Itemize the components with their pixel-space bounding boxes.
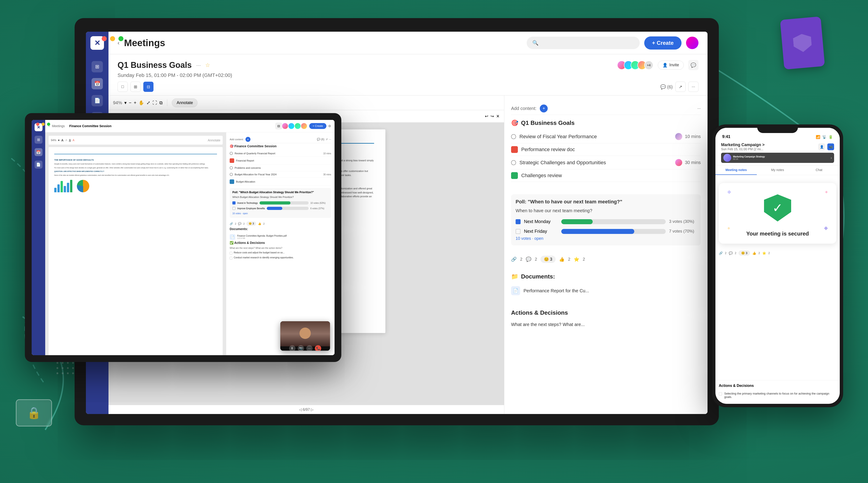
tablet-docs-icon[interactable]: 📄 [35, 161, 42, 169]
user-avatar[interactable] [686, 37, 699, 49]
tablet-create-button[interactable]: + Create [309, 123, 327, 129]
zoom-out-icon[interactable]: − [129, 100, 131, 106]
tab-meeting-notes[interactable]: Meeting notes [715, 165, 757, 175]
tablet-check-2[interactable] [232, 207, 236, 210]
message-icon[interactable]: 💬 [688, 60, 699, 70]
minimize-button[interactable] [110, 36, 115, 41]
annotate-button[interactable]: Annotate [172, 98, 197, 107]
tablet-bold-icon[interactable]: A [61, 138, 64, 142]
add-content-button[interactable]: + [540, 105, 548, 112]
sidebar-meetings-icon[interactable]: 📅 [92, 78, 103, 89]
tablet-close[interactable] [36, 123, 39, 126]
phone-link-icon[interactable]: 🔗 [719, 251, 723, 255]
more-button[interactable]: ··· [306, 345, 313, 351]
tablet-maximize[interactable] [47, 123, 50, 126]
poll-option-1-label: Next Monday [524, 219, 558, 224]
poll-question: When to have our next team meeting? [516, 208, 696, 213]
tablet-underline-icon[interactable]: A [69, 139, 71, 142]
view-mode-3[interactable]: ⊟ [143, 82, 153, 92]
tablet-window-controls [36, 123, 50, 126]
invite-button[interactable]: 👤 Invite [658, 61, 684, 70]
tablet-action-checkbox-2[interactable] [230, 257, 232, 259]
tab-chat[interactable]: Chat [798, 165, 840, 175]
poll-checkbox-2[interactable] [516, 229, 521, 234]
meeting-title-row: Q1 Business Goals ··· ☆ +4 👤 Invite � [118, 60, 699, 70]
tablet-share-icon[interactable]: ↗ [326, 138, 328, 141]
phone-video-icon[interactable]: 📹 [827, 143, 834, 150]
tablet-poll-total[interactable]: 16 votes · open [232, 212, 248, 215]
tablet-view-icon[interactable]: ⊟ [275, 123, 282, 130]
zoom-dropdown-icon[interactable]: ▾ [124, 100, 127, 106]
tablet-emoji-reaction[interactable]: 😊 3 [246, 222, 256, 226]
tablet-annotate-label[interactable]: Annotate [208, 138, 220, 142]
tablet-highlight-icon[interactable]: A [72, 139, 74, 142]
phone-r4: 2 [768, 252, 770, 255]
create-button[interactable]: + Create [644, 36, 682, 50]
fullscreen-icon[interactable]: ⛶ [153, 100, 157, 106]
view-mode-2[interactable]: ⊞ [130, 82, 141, 92]
more-options-icon[interactable]: ··· [196, 62, 201, 68]
phone-action-check[interactable] [719, 392, 722, 395]
share-icon[interactable]: ↗ [675, 82, 686, 92]
tablet-action-checkbox-1[interactable] [230, 252, 232, 255]
tablet-meetings-icon[interactable]: 📅 [35, 148, 42, 156]
tablet-action-2: Conduct market research to identify emer… [230, 255, 331, 260]
fit-icon[interactable]: ⤢ [147, 100, 150, 106]
tablet-doc-icon [230, 179, 234, 184]
tablet-check-1[interactable] [232, 201, 236, 204]
notes-more-icon[interactable]: ··· [698, 106, 701, 111]
phone-star-icon[interactable]: ⭐ [762, 251, 766, 255]
phone-tabs: Meeting notes My notes Chat [715, 165, 840, 175]
phone-person-icon[interactable]: 👤 [818, 143, 825, 150]
star-icon-2[interactable]: ⭐ [574, 257, 579, 262]
phone-meeting-info: Marketing Campaign > Sun Feb 15, 01:00 P… [721, 143, 765, 151]
emoji-reaction[interactable]: 😊 3 [540, 256, 556, 263]
item-text-2: Performance review doc [521, 147, 701, 152]
pan-icon[interactable]: ✋ [138, 100, 144, 106]
tablet-more-icon[interactable]: ··· [329, 138, 331, 141]
maximize-button[interactable] [119, 36, 123, 41]
tablet-comment-icon[interactable]: 💬 [238, 222, 241, 225]
preview-arrow[interactable]: › [831, 156, 832, 160]
close-button[interactable] [102, 36, 107, 41]
undo-icon[interactable]: ↩ [485, 114, 488, 119]
docs-icon: 📁 [511, 273, 518, 280]
tablet-thumb-icon[interactable]: 👍 [258, 222, 261, 225]
tablet-home-icon[interactable]: ⊞ [35, 136, 42, 144]
redo-icon[interactable]: ↪ [491, 114, 494, 119]
tablet-minimize[interactable] [41, 123, 45, 126]
mic-button[interactable]: 🎙 [289, 345, 296, 351]
tablet-agenda-5: Budget Allocation [230, 178, 331, 186]
tab-my-notes[interactable]: My notes [757, 165, 798, 175]
copy-icon[interactable]: ⧉ [159, 100, 162, 106]
camera-button[interactable]: 📷 [298, 345, 304, 351]
tablet-add-button[interactable]: + [246, 137, 250, 142]
battery-icon: 🔋 [829, 135, 833, 139]
more-icon[interactable]: ··· [688, 82, 699, 92]
search-bar[interactable]: 🔍 [527, 37, 640, 49]
phone-meeting-name[interactable]: Marketing Campaign > [721, 143, 765, 147]
sidebar-home-icon[interactable]: ⊞ [92, 61, 103, 73]
phone-comment-icon[interactable]: 💬 [729, 251, 733, 255]
poll-total-link[interactable]: 10 votes · open [516, 236, 544, 241]
link-icon[interactable]: 🔗 [511, 257, 517, 262]
tablet-settings-icon[interactable]: ⚙ [328, 124, 331, 128]
view-mode-1[interactable]: □ [118, 82, 128, 92]
tablet-zoom-icon[interactable]: ▾ [58, 139, 59, 142]
end-call-button[interactable]: 📞 [315, 345, 321, 351]
tablet-screen: ✕ ⊞ 📅 📄 ‹ Meetings Finance Committee Ses… [32, 120, 335, 355]
item-time-3: 30 mins [675, 159, 701, 167]
tablet-meetings-label: Meetings [52, 124, 65, 128]
zoom-in-icon[interactable]: + [134, 100, 136, 106]
phone-emoji-reaction[interactable]: 😊 3 [739, 250, 750, 256]
phone-thumb-icon[interactable]: 👍 [752, 251, 756, 255]
poll-checkbox-1[interactable] [516, 219, 521, 224]
star-icon[interactable]: ☆ [205, 62, 210, 68]
sidebar-docs-icon[interactable]: 📄 [92, 95, 103, 106]
tablet-page: The importance of good defaults Despite … [49, 147, 223, 355]
tablet-a-icon[interactable]: A [65, 139, 67, 142]
thumbs-icon[interactable]: 👍 [559, 257, 565, 262]
comment-icon-2[interactable]: 💬 [526, 257, 531, 262]
clear-icon[interactable]: ✕ [496, 114, 500, 119]
tablet-link-icon[interactable]: 🔗 [230, 222, 233, 225]
